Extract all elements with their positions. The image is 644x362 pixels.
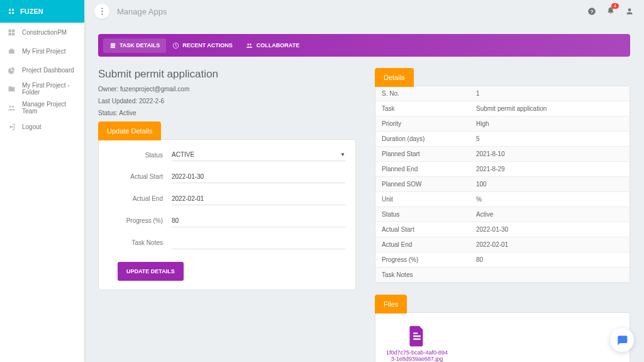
bell-icon (606, 6, 615, 14)
sidebar-item-logout[interactable]: Logout (0, 117, 84, 136)
details-card: S. No.1TaskSubmit permit applicationPrio… (375, 86, 630, 283)
file-icon (408, 325, 426, 347)
grid-icon (8, 28, 16, 37)
folder-icon (8, 85, 16, 93)
task-notes-input[interactable] (172, 237, 345, 249)
topbar-title: Manage Apps (117, 7, 167, 16)
briefcase-icon (8, 47, 16, 55)
help-icon[interactable]: ? (587, 7, 596, 16)
sidebar-item-label: Logout (22, 123, 42, 130)
clock-icon (172, 42, 179, 49)
detail-key: Planned SOW (375, 177, 470, 192)
update-details-button[interactable]: UPDATE DETAILS (118, 262, 184, 281)
detail-value: 1 (470, 86, 630, 101)
detail-key: Priority (375, 116, 470, 132)
sidebar-item-dashboard[interactable]: Project Dashboard (0, 60, 84, 79)
detail-value: 2021-8-29 (470, 162, 630, 177)
detail-key: Progress (%) (375, 252, 470, 268)
users-icon (245, 42, 253, 49)
sidebar-item-label: Project Dashboard (22, 67, 74, 74)
page-title: Submit permit application (98, 68, 356, 81)
sidebar-item-label: My First Project - Folder (22, 82, 77, 96)
tab-label: TASK DETAILS (119, 42, 160, 48)
tab-task-details[interactable]: TASK DETAILS (103, 38, 166, 53)
topbar-menu-button[interactable] (94, 4, 109, 19)
owner-line: Owner: fuzenproject@gmail.com (98, 86, 356, 93)
table-row: Duration (days)5 (375, 132, 630, 147)
actual-end-input[interactable] (172, 193, 345, 205)
sidebar-item-team[interactable]: Manage Project Team (0, 98, 84, 117)
detail-key: Duration (days) (375, 132, 470, 147)
chat-widget-button[interactable] (610, 328, 634, 352)
table-row: TaskSubmit permit application (375, 101, 630, 116)
chevron-down-icon: ▼ (340, 152, 345, 157)
detail-value (470, 268, 630, 283)
detail-key: Actual End (375, 237, 470, 252)
table-row: Unit% (375, 192, 630, 207)
table-row: Planned SOW100 (375, 177, 630, 192)
tab-label: RECENT ACTIONS (182, 42, 233, 48)
user-icon[interactable] (625, 7, 634, 16)
details-tab: Details (375, 68, 414, 87)
sidebar-item-myfirstproject[interactable]: My First Project (0, 42, 84, 60)
tab-recent-actions[interactable]: RECENT ACTIONS (166, 38, 239, 53)
tab-collaborate[interactable]: COLLABORATE (239, 38, 306, 53)
main-content: TASK DETAILS RECENT ACTIONS COLLABORATE … (84, 23, 644, 362)
detail-key: Actual Start (375, 222, 470, 237)
detail-value: 80 (470, 252, 630, 268)
table-row: PriorityHigh (375, 116, 630, 132)
details-table: S. No.1TaskSubmit permit applicationPrio… (375, 86, 630, 283)
table-row: StatusActive (375, 207, 630, 222)
svg-point-1 (101, 11, 103, 12)
brand-header[interactable]: FUZEN (0, 0, 84, 23)
svg-point-0 (101, 8, 103, 9)
apps-icon (8, 8, 15, 15)
notification-button[interactable] (606, 6, 615, 17)
topbar-actions: ? (587, 6, 634, 17)
table-row: Actual Start2022-01-30 (375, 222, 630, 237)
dashboard-icon (8, 66, 16, 74)
table-row: S. No.1 (375, 86, 630, 101)
files-tab: Files (375, 295, 407, 314)
tabs-bar: TASK DETAILS RECENT ACTIONS COLLABORATE (98, 34, 630, 57)
status-select[interactable]: ACTIVE ▼ (172, 149, 345, 161)
detail-key: Planned Start (375, 147, 470, 162)
tab-label: COLLABORATE (257, 42, 299, 48)
sidebar-item-label: ConstructionPM (22, 29, 67, 36)
detail-value: % (470, 192, 630, 207)
detail-value: 2021-8-10 (470, 147, 630, 162)
logout-icon (8, 123, 16, 131)
table-row: Planned Start2021-8-10 (375, 147, 630, 162)
detail-value: Active (470, 207, 630, 222)
label-actual-start: Actual Start (109, 173, 172, 180)
detail-value: 2022-02-01 (470, 237, 630, 252)
detail-key: Task (375, 101, 470, 116)
status-line: Status: Active (98, 110, 356, 116)
brand-text: FUZEN (20, 8, 43, 15)
actual-start-input[interactable] (172, 171, 345, 183)
file-item[interactable]: 1f0d7c75-bcab-4af0-8943-1e8d939ae687.jpg (386, 325, 448, 362)
files-card: 1f0d7c75-bcab-4af0-8943-1e8d939ae687.jpg… (375, 312, 630, 362)
detail-value: 5 (470, 132, 630, 147)
team-icon (8, 104, 16, 112)
list-icon (109, 42, 116, 49)
update-details-tab: Update Details (98, 122, 161, 140)
sidebar: FUZEN ConstructionPM My First Project Pr… (0, 0, 84, 362)
label-actual-end: Actual End (109, 195, 172, 202)
detail-value: High (470, 116, 630, 132)
sidebar-item-folder[interactable]: My First Project - Folder (0, 79, 84, 98)
sidebar-item-label: My First Project (22, 48, 65, 55)
sidebar-item-constructionpm[interactable]: ConstructionPM (0, 23, 84, 42)
chat-icon (616, 334, 628, 346)
label-task-notes: Task Notes (109, 239, 172, 246)
svg-text:?: ? (591, 9, 594, 14)
progress-input[interactable] (172, 215, 345, 227)
table-row: Actual End2022-02-01 (375, 237, 630, 252)
detail-key: S. No. (375, 86, 470, 101)
sidebar-item-label: Manage Project Team (22, 101, 77, 115)
detail-value: 2022-01-30 (470, 222, 630, 237)
detail-value: Submit permit application (470, 101, 630, 116)
file-name: 1f0d7c75-bcab-4af0-8943-1e8d939ae687.jpg (386, 349, 448, 362)
label-status: Status (109, 152, 172, 159)
svg-point-2 (101, 13, 103, 14)
